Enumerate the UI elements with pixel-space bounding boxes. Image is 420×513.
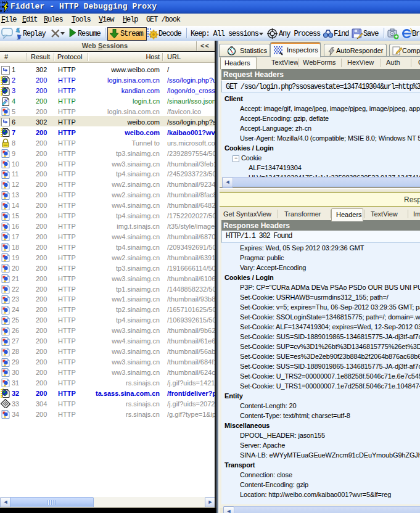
svg-text:S: S [4, 97, 7, 104]
